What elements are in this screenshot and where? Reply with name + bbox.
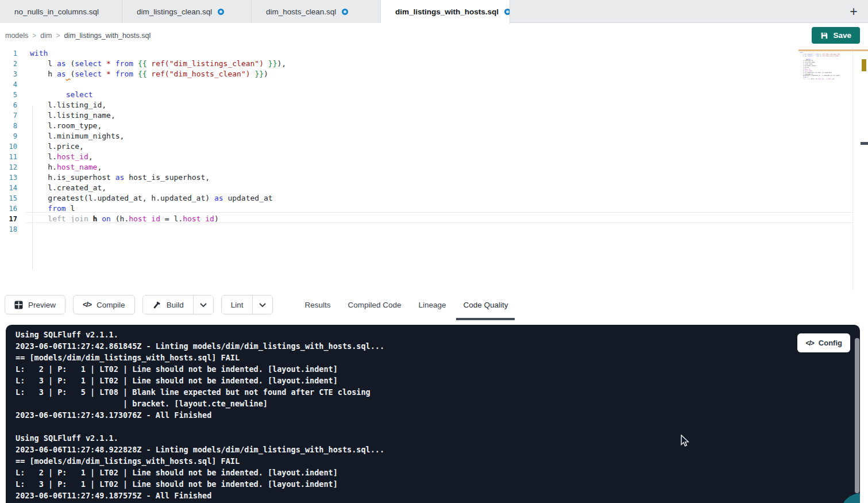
code-line-12[interactable]: 12 h.host_name,: [0, 162, 868, 172]
terminal-line: == [models/dim/dim_listings_with_hosts.s…: [16, 455, 791, 467]
tab-label: dim_hosts_clean.sql: [266, 7, 336, 16]
line-number: 6: [0, 100, 17, 110]
breadcrumb-item: dim: [40, 32, 52, 40]
build-button-label: Build: [167, 301, 184, 309]
code-line-13[interactable]: 13 h.is_superhost as host_is_superhost,: [0, 172, 868, 183]
lint-button-label: Lint: [231, 301, 244, 309]
terminal-line: 2023-06-06T11:27:49.187575Z - All Finish…: [16, 490, 791, 501]
tab-code-quality[interactable]: Code Quality: [464, 297, 508, 313]
line-number: 13: [0, 172, 17, 183]
chevron-down-icon: [200, 303, 207, 307]
tab-dim_hosts_clean.sql[interactable]: dim_hosts_clean.sql: [252, 0, 381, 23]
code-line-5[interactable]: 5 select: [0, 90, 868, 100]
breadcrumb: models>dim>dim_listings_with_hosts.sql: [5, 32, 151, 40]
dbt-cloud-ide-window: { "colors": { "accent_teal": "#0e756d", …: [0, 0, 868, 503]
code-line-6[interactable]: 6 l.listing_id,: [0, 100, 868, 110]
config-button[interactable]: </> Config: [797, 333, 850, 352]
lint-button[interactable]: Lint: [222, 295, 253, 314]
hammer-icon: [152, 301, 161, 309]
compile-button-label: Compile: [97, 301, 125, 309]
breadcrumb-separator: >: [56, 32, 60, 40]
code-line-14[interactable]: 14 l.created_at,: [0, 183, 868, 193]
tab-compiled-code[interactable]: Compiled Code: [348, 297, 401, 313]
editor-scroll-gutter: [852, 47, 853, 291]
code-line-18[interactable]: 18: [0, 224, 868, 235]
line-number: 11: [0, 152, 17, 162]
unsaved-changes-dot-icon: [218, 9, 224, 15]
line-number: 5: [0, 90, 17, 100]
terminal-line: Using SQLFluff v2.1.1.: [16, 432, 791, 444]
config-button-label: Config: [819, 339, 842, 347]
terminal-line: | bracket. [layout.cte_newline]: [16, 398, 791, 409]
preview-button[interactable]: Preview: [5, 295, 65, 314]
code-line-11[interactable]: 11 l.host_id,: [0, 152, 868, 162]
minimap[interactable]: with l as (select * from {{ ref("dim_lis…: [798, 48, 840, 81]
table-grid-icon: [14, 301, 23, 309]
code-line-10[interactable]: 10 l.price,: [0, 141, 868, 152]
line-number: 12: [0, 162, 17, 172]
breadcrumb-item: models: [5, 32, 28, 40]
new-tab-button[interactable]: +: [845, 0, 862, 23]
lint-dropdown-button[interactable]: [252, 295, 272, 314]
code-line-17[interactable]: 17 left join h on (h.host_id = l.host_id…: [0, 214, 868, 224]
unsaved-changes-dot-icon: [504, 9, 510, 15]
editor-tab-bar: no_nulls_in_columns.sqldim_listings_clea…: [0, 0, 868, 23]
save-button-label: Save: [833, 31, 851, 40]
tab-results[interactable]: Results: [304, 297, 330, 313]
terminal-output: Using SQLFluff v2.1.1.2023-06-06T11:27:4…: [16, 329, 791, 501]
chevron-down-icon: [259, 303, 266, 307]
build-button[interactable]: Build: [143, 295, 193, 314]
compile-button[interactable]: </> Compile: [73, 295, 135, 314]
help-fab-button[interactable]: [840, 493, 860, 503]
terminal-line: L: 2 | P: 1 | LT02 | Line should not be …: [16, 467, 791, 478]
breadcrumb-item: dim_listings_with_hosts.sql: [64, 32, 151, 40]
line-number: 9: [0, 131, 17, 141]
code-line-1[interactable]: 1with: [0, 48, 868, 59]
floppy-disk-icon: [820, 32, 828, 40]
terminal-line: 2023-06-06T11:27:42.861845Z - Linting mo…: [16, 340, 791, 352]
indent-guide: [32, 106, 33, 270]
code-line-16[interactable]: 16 from l: [0, 203, 868, 214]
line-number: 1: [0, 48, 17, 59]
code-line-15[interactable]: 15 greatest(l.updated_at, h.updated_at) …: [0, 193, 868, 203]
line-number: 18: [0, 224, 17, 235]
lint-split-button: Lint: [221, 295, 273, 314]
preview-button-label: Preview: [28, 301, 56, 309]
unsaved-changes-dot-icon: [342, 9, 348, 15]
result-pane-tabs: ResultsCompiled CodeLineageCode Quality: [304, 297, 508, 313]
code-line-7[interactable]: 7 l.listing_name,: [0, 110, 868, 121]
code-brackets-icon: </>: [805, 339, 813, 347]
line-number: 14: [0, 183, 17, 193]
tab-dim_listings_with_hosts.sql[interactable]: dim_listings_with_hosts.sql: [381, 0, 510, 24]
save-button[interactable]: Save: [812, 27, 860, 44]
code-editor[interactable]: 1with2 l as (select * from {{ ref("dim_l…: [0, 47, 868, 291]
terminal-line: 2023-06-06T11:27:43.173076Z - All Finish…: [16, 409, 791, 421]
terminal-line: L: 3 | P: 5 | LT08 | Blank line expected…: [16, 386, 791, 398]
code-line-4[interactable]: 4: [0, 79, 868, 90]
code-line-9[interactable]: 9 l.minimum_nights,: [0, 131, 868, 141]
file-header-row: models>dim>dim_listings_with_hosts.sql S…: [0, 24, 868, 47]
overview-ruler-cursor-marker: [861, 142, 868, 145]
lint-output-terminal: Using SQLFluff v2.1.1.2023-06-06T11:27:4…: [6, 325, 860, 503]
terminal-line: L: 3 | P: 1 | LT02 | Line should not be …: [16, 375, 791, 386]
build-dropdown-button[interactable]: [193, 295, 213, 314]
tab-dim_listings_clean.sql[interactable]: dim_listings_clean.sql: [122, 0, 252, 23]
line-number: 8: [0, 121, 17, 131]
line-number: 3: [0, 69, 17, 79]
tab-no_nulls_in_columns.sql[interactable]: no_nulls_in_columns.sql: [0, 0, 122, 23]
code-line-8[interactable]: 8 l.room_type,: [0, 121, 868, 131]
terminal-scrollbar[interactable]: [855, 338, 859, 493]
line-number: 17: [0, 214, 17, 224]
line-number: 15: [0, 193, 17, 203]
tab-label: dim_listings_clean.sql: [137, 7, 212, 16]
line-number: 4: [0, 79, 17, 90]
code-line-2[interactable]: 2 l as (select * from {{ ref("dim_listin…: [0, 59, 868, 69]
tab-lineage[interactable]: Lineage: [419, 297, 446, 313]
line-number: 16: [0, 203, 17, 214]
code-line-3[interactable]: 3 h as (select * from {{ ref("dim_hosts_…: [0, 69, 868, 79]
terminal-line: L: 2 | P: 1 | LT02 | Line should not be …: [16, 363, 791, 375]
tab-label: no_nulls_in_columns.sql: [14, 7, 99, 16]
terminal-line: L: 3 | P: 1 | LT02 | Line should not be …: [16, 478, 791, 490]
line-number: 7: [0, 110, 17, 121]
overview-ruler-warning-marker: [862, 59, 866, 71]
